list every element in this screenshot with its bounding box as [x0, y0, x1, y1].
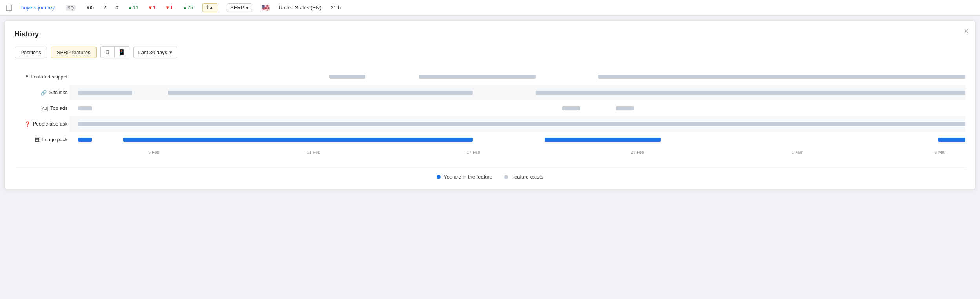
- legend-in-feature-label: You are in the feature: [444, 174, 492, 180]
- image-pack-icon: 🖼: [35, 137, 40, 143]
- keyword-name[interactable]: buyers journey: [21, 5, 55, 11]
- x-label-23feb: 23 Feb: [631, 150, 644, 155]
- legend-dot-blue: [437, 175, 441, 179]
- bar: [536, 91, 965, 95]
- traffic: ▲75: [182, 5, 193, 11]
- legend-in-feature: You are in the feature: [437, 174, 492, 180]
- cpc: 0: [115, 5, 118, 11]
- kd: 2: [103, 5, 106, 11]
- history-modal: × History Positions SERP features 🖥 📱 La…: [5, 20, 975, 190]
- legend-exists-label: Feature exists: [511, 174, 543, 180]
- bar-blue: [123, 138, 473, 142]
- chart-container: ❝ Featured snippet 🔗 Sitelinks: [15, 69, 965, 159]
- chart-row-people-also-ask: ❓ People also ask: [69, 116, 965, 132]
- bar: [329, 75, 365, 79]
- legend-dot-gray: [504, 175, 508, 179]
- modal-title: History: [15, 30, 965, 38]
- desktop-button[interactable]: 🖥: [101, 47, 115, 58]
- featured-snippet-icon: ❝: [26, 74, 28, 80]
- row-checkbox[interactable]: [6, 5, 12, 11]
- x-label-5feb: 5 Feb: [148, 150, 159, 155]
- chart-row-image-pack: 🖼 Image pack: [69, 132, 965, 148]
- timeline-sitelinks: [69, 85, 965, 100]
- bar: [562, 106, 580, 110]
- tab-serp-features[interactable]: SERP features: [51, 47, 97, 58]
- bar: [78, 122, 965, 126]
- bar-blue: [545, 138, 661, 142]
- bar: [419, 75, 536, 79]
- people-also-ask-icon: ❓: [24, 121, 31, 127]
- close-button[interactable]: ×: [964, 27, 969, 35]
- x-label-11feb: 11 Feb: [307, 150, 320, 155]
- pos-up: ▲13: [128, 5, 138, 11]
- x-label-17feb: 17 Feb: [467, 150, 480, 155]
- tab-positions[interactable]: Positions: [15, 47, 47, 58]
- flag-icon: 🇺🇸: [262, 4, 270, 11]
- mobile-button[interactable]: 📱: [115, 47, 129, 58]
- pos-down1: ▼1: [148, 5, 156, 11]
- bar: [598, 75, 965, 79]
- volume: 900: [85, 5, 94, 11]
- row-label-featured-snippet: ❝ Featured snippet: [15, 69, 67, 85]
- top-ads-icon: Ad: [41, 106, 48, 111]
- pos-down2: ▼1: [165, 5, 173, 11]
- sitelinks-icon: 🔗: [40, 90, 47, 96]
- bar: [616, 106, 634, 110]
- timeline-top-ads: [69, 100, 965, 116]
- timeline-featured-snippet: [69, 69, 965, 85]
- serp-icon-button[interactable]: ⤴▲: [202, 3, 217, 12]
- bar: [78, 106, 92, 110]
- top-bar: buyers journey SQ 900 2 0 ▲13 ▼1 ▼1 ▲75 …: [0, 0, 980, 16]
- row-label-image-pack: 🖼 Image pack: [15, 132, 67, 148]
- chart-row-sitelinks: 🔗 Sitelinks: [69, 85, 965, 100]
- x-axis: 5 Feb 11 Feb 17 Feb 23 Feb 1 Mar 6 Mar: [69, 150, 965, 159]
- timeline-image-pack: [69, 132, 965, 148]
- age-label: 21 h: [331, 5, 341, 11]
- x-label-1mar: 1 Mar: [792, 150, 803, 155]
- serp-dropdown[interactable]: SERP ▾: [227, 3, 252, 12]
- device-toggle: 🖥 📱: [100, 46, 129, 58]
- chart-rows: ❝ Featured snippet 🔗 Sitelinks: [69, 69, 965, 148]
- bar-blue: [78, 138, 92, 142]
- date-range-dropdown[interactable]: Last 30 days ▾: [133, 47, 178, 58]
- region-label: United States (EN): [279, 5, 321, 11]
- chart-row-top-ads: Ad Top ads: [69, 100, 965, 116]
- toolbar: Positions SERP features 🖥 📱 Last 30 days…: [15, 46, 965, 58]
- legend: You are in the feature Feature exists: [15, 167, 965, 180]
- bar: [168, 91, 473, 95]
- bar: [78, 91, 132, 95]
- keyword-tag: SQ: [66, 5, 76, 11]
- row-label-sitelinks: 🔗 Sitelinks: [15, 85, 67, 100]
- row-label-top-ads: Ad Top ads: [15, 100, 67, 116]
- timeline-people-also-ask: [69, 116, 965, 132]
- x-label-6mar: 6 Mar: [935, 150, 946, 155]
- bar-blue: [938, 138, 965, 142]
- legend-exists: Feature exists: [504, 174, 543, 180]
- row-label-people-also-ask: ❓ People also ask: [15, 116, 67, 132]
- chart-row-featured-snippet: ❝ Featured snippet: [69, 69, 965, 85]
